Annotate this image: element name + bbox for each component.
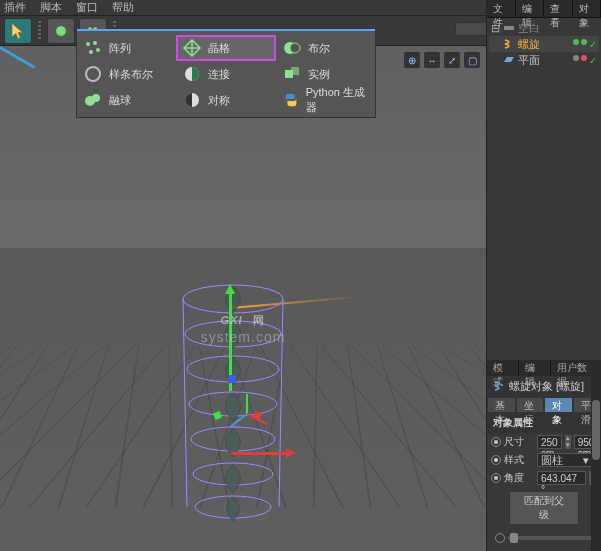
svg-point-6 bbox=[96, 48, 100, 52]
svg-point-7 bbox=[89, 50, 93, 54]
modeling-popup: 阵列 晶格 布尔 样条布尔 连接 实例 融球 对称 bbox=[76, 30, 376, 118]
gizmo-x-axis[interactable] bbox=[231, 452, 291, 455]
object-manager-tabs: 文件 编辑 查看 对象 bbox=[487, 0, 601, 18]
svg-point-10 bbox=[86, 67, 100, 81]
subtab-basic[interactable]: 基本 bbox=[487, 397, 516, 413]
attr-row-angle: 角度 643.047 ° ▲▼ bbox=[487, 469, 601, 487]
symmetry-icon bbox=[182, 90, 202, 110]
null-icon bbox=[503, 22, 515, 34]
svg-point-18 bbox=[185, 321, 281, 347]
gizmo-z-handle[interactable] bbox=[228, 375, 236, 383]
svg-point-0 bbox=[56, 25, 67, 36]
slider-track[interactable] bbox=[508, 536, 593, 540]
svg-rect-27 bbox=[504, 26, 514, 30]
python-icon bbox=[282, 90, 300, 110]
vp-zoom-icon[interactable]: ↔ bbox=[424, 52, 440, 68]
viewport-container: ⊕ ↔ ⤢ ▢ GXI 网 system.com bbox=[0, 46, 486, 551]
radio-angle[interactable] bbox=[491, 473, 501, 483]
metaball-icon bbox=[83, 90, 103, 110]
plane-icon bbox=[503, 54, 515, 66]
expand-icon[interactable]: ⊟ bbox=[491, 22, 500, 35]
vp-pan-icon[interactable]: ⊕ bbox=[404, 52, 420, 68]
popup-boole[interactable]: 布尔 bbox=[276, 35, 375, 61]
angle-input[interactable]: 643.047 ° bbox=[537, 471, 586, 485]
attribute-manager: 模式 编辑 用户数据 螺旋对象 [螺旋] 基本 坐标 对象 平滑 对象属性 尺寸… bbox=[487, 360, 601, 551]
tab-edit[interactable]: 编辑 bbox=[516, 0, 545, 17]
menu-window[interactable]: 窗口 bbox=[76, 0, 98, 15]
attr-tab-edit[interactable]: 编辑 bbox=[519, 360, 551, 376]
popup-symmetry[interactable]: 对称 bbox=[176, 87, 275, 113]
lattice-icon bbox=[182, 38, 202, 58]
array-icon bbox=[83, 38, 103, 58]
menu-plugin[interactable]: 插件 bbox=[4, 0, 26, 15]
tab-view[interactable]: 查看 bbox=[544, 0, 573, 17]
popup-array[interactable]: 阵列 bbox=[77, 35, 176, 61]
attr-scrollbar[interactable] bbox=[591, 360, 601, 551]
menu-help[interactable]: 帮助 bbox=[112, 0, 134, 15]
menu-script[interactable]: 脚本 bbox=[40, 0, 62, 15]
tree-helix[interactable]: 螺旋 ✓ bbox=[489, 36, 599, 52]
tree-label: 空白 bbox=[518, 21, 540, 36]
svg-point-15 bbox=[92, 94, 100, 102]
radio-slider[interactable] bbox=[495, 533, 505, 543]
attr-header: 螺旋对象 [螺旋] bbox=[487, 376, 601, 397]
tree-plane[interactable]: 平面 ✓ bbox=[489, 52, 599, 68]
world-axis-gizmo bbox=[222, 389, 272, 439]
popup-lattice[interactable]: 晶格 bbox=[176, 35, 275, 61]
tree-label: 螺旋 bbox=[518, 37, 540, 52]
svg-rect-13 bbox=[291, 67, 299, 75]
tool-pointer[interactable] bbox=[4, 18, 32, 44]
vp-maximize-icon[interactable]: ▢ bbox=[464, 52, 480, 68]
size-x-input[interactable]: 250 cm bbox=[537, 435, 562, 449]
attr-row-mode: 样式 圆柱▾ bbox=[487, 451, 601, 469]
instance-icon bbox=[282, 64, 302, 84]
tab-file[interactable]: 文件 bbox=[487, 0, 516, 17]
right-panel: 文件 编辑 查看 对象 ⊟ 空白 螺旋 ✓ 平面 ✓ 模式 编辑 用户数据 螺 bbox=[486, 0, 601, 551]
tab-object[interactable]: 对象 bbox=[573, 0, 602, 17]
helix-icon bbox=[503, 38, 515, 50]
attr-row-size: 尺寸 250 cm ▲▼ 950 cm bbox=[487, 433, 601, 451]
spinner-icon[interactable]: ▲▼ bbox=[565, 435, 571, 449]
svg-line-26 bbox=[230, 414, 247, 427]
attr-tab-mode[interactable]: 模式 bbox=[487, 360, 519, 376]
tool-primitive[interactable] bbox=[47, 18, 75, 44]
subtab-coord[interactable]: 坐标 bbox=[516, 397, 545, 413]
connect-icon bbox=[182, 64, 202, 84]
radio-size[interactable] bbox=[491, 437, 501, 447]
radio-mode[interactable] bbox=[491, 455, 501, 465]
svg-point-4 bbox=[86, 42, 90, 46]
toolbar-separator bbox=[38, 21, 41, 41]
attr-row-slider bbox=[487, 529, 601, 551]
mode-dropdown[interactable]: 圆柱▾ bbox=[537, 453, 593, 467]
spline-boole-icon bbox=[83, 64, 103, 84]
object-axis-ray bbox=[231, 296, 359, 309]
popup-spline-boole[interactable]: 样条布尔 bbox=[77, 61, 176, 87]
popup-instance[interactable]: 实例 bbox=[276, 61, 375, 87]
fit-to-parent-button[interactable]: 匹配到父级 bbox=[509, 491, 579, 525]
popup-metaball[interactable]: 融球 bbox=[77, 87, 176, 113]
gizmo-z-axis[interactable] bbox=[0, 46, 3, 49]
slider-thumb[interactable] bbox=[510, 533, 518, 543]
subtab-object[interactable]: 对象 bbox=[544, 397, 573, 413]
popup-python-generator[interactable]: Python 生成器 bbox=[276, 87, 375, 113]
tree-label: 平面 bbox=[518, 53, 540, 68]
chevron-down-icon: ▾ bbox=[583, 454, 589, 467]
svg-point-5 bbox=[93, 41, 97, 45]
perspective-viewport[interactable]: ⊕ ↔ ⤢ ▢ bbox=[0, 46, 486, 551]
helix-icon bbox=[493, 380, 505, 394]
vp-orbit-icon[interactable]: ⤢ bbox=[444, 52, 460, 68]
svg-point-9 bbox=[290, 43, 300, 53]
viewport-nav-controls: ⊕ ↔ ⤢ ▢ bbox=[404, 52, 480, 68]
popup-connect[interactable]: 连接 bbox=[176, 61, 275, 87]
boole-icon bbox=[282, 38, 302, 58]
